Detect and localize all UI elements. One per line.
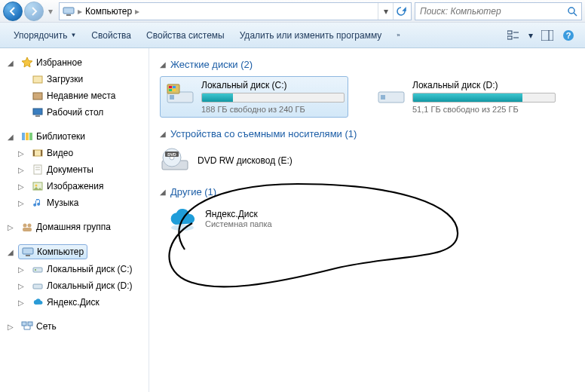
tree-pictures[interactable]: ▷Изображения bbox=[11, 178, 149, 194]
section-removable[interactable]: ◢Устройства со съемными носителями (1) bbox=[160, 128, 574, 139]
tree-network[interactable]: ▷ Сеть bbox=[0, 318, 149, 335]
video-icon bbox=[32, 147, 44, 159]
uninstall-button[interactable]: Удалить или изменить программу bbox=[234, 27, 388, 44]
tree-recent[interactable]: Недавние места bbox=[11, 87, 149, 104]
search-icon[interactable] bbox=[563, 6, 581, 17]
breadcrumb-separator: ▸ bbox=[75, 6, 85, 17]
system-properties-button[interactable]: Свойства системы bbox=[140, 27, 231, 44]
drive-d[interactable]: Локальный диск (D:) 51,1 ГБ свободно из … bbox=[371, 76, 559, 118]
computer-icon bbox=[63, 5, 75, 17]
svg-rect-41 bbox=[170, 95, 174, 100]
svg-rect-29 bbox=[23, 228, 32, 231]
cloud-icon bbox=[32, 296, 44, 308]
search-input[interactable] bbox=[415, 6, 563, 17]
svg-rect-20 bbox=[33, 150, 35, 156]
svg-rect-48 bbox=[381, 95, 385, 100]
preview-pane-button[interactable] bbox=[538, 26, 556, 44]
svg-text:DVD: DVD bbox=[167, 152, 176, 157]
breadcrumb-computer[interactable]: Компьютер bbox=[85, 6, 132, 17]
drive-c[interactable]: Локальный диск (C:) 188 ГБ свободно из 2… bbox=[160, 76, 348, 118]
view-dropdown[interactable]: ▾ bbox=[526, 26, 535, 44]
svg-rect-34 bbox=[33, 284, 42, 289]
homegroup-icon bbox=[21, 221, 33, 233]
hdd-icon bbox=[376, 80, 406, 110]
tree-yadisk[interactable]: ▷Яндекс.Диск bbox=[11, 294, 149, 311]
other-item-subtitle: Системная папка bbox=[205, 219, 272, 228]
toolbar-overflow[interactable]: » bbox=[391, 29, 406, 41]
tree-homegroup[interactable]: ▷ Домашняя группа bbox=[0, 219, 149, 235]
tree-computer[interactable]: ◢ Компьютер bbox=[0, 243, 149, 261]
svg-rect-12 bbox=[33, 76, 42, 83]
svg-rect-31 bbox=[26, 255, 30, 256]
svg-rect-32 bbox=[33, 268, 42, 272]
desktop-icon bbox=[32, 106, 44, 118]
nav-forward-button[interactable] bbox=[24, 2, 44, 21]
music-icon bbox=[32, 197, 44, 209]
svg-rect-35 bbox=[22, 322, 26, 326]
svg-rect-18 bbox=[29, 133, 32, 140]
help-button[interactable]: ? bbox=[559, 26, 577, 44]
optical-drive[interactable]: DVD DVD RW дисковод (E:) bbox=[160, 145, 574, 176]
tree-videos[interactable]: ▷Видео bbox=[11, 145, 149, 161]
organize-button[interactable]: Упорядочить▼ bbox=[8, 27, 82, 44]
documents-icon bbox=[32, 164, 44, 176]
svg-point-26 bbox=[35, 185, 38, 187]
other-item-name: Яндекс.Диск bbox=[205, 209, 272, 219]
nav-back-button[interactable] bbox=[3, 2, 23, 21]
search-box[interactable] bbox=[415, 2, 582, 20]
hdd-icon bbox=[32, 263, 44, 275]
svg-rect-43 bbox=[169, 86, 172, 88]
svg-rect-44 bbox=[173, 86, 176, 88]
toolbar: Упорядочить▼ Свойства Свойства системы У… bbox=[0, 23, 585, 48]
navigation-tree: ◢ Избранное Загрузки Недавние места Рабо… bbox=[0, 48, 149, 392]
network-icon bbox=[21, 320, 33, 332]
breadcrumb-separator[interactable]: ▸ bbox=[132, 6, 142, 17]
recent-icon bbox=[32, 90, 44, 102]
yandex-disk-item[interactable]: Яндекс.Диск Системная папка bbox=[167, 204, 574, 234]
hdd-icon bbox=[165, 80, 195, 110]
navbar: ▾ ▸ Компьютер ▸ ▾ bbox=[0, 0, 585, 23]
hdd-icon bbox=[32, 280, 44, 292]
tree-desktop[interactable]: Рабочий стол bbox=[11, 104, 149, 121]
svg-point-28 bbox=[28, 224, 32, 228]
section-hdd[interactable]: ◢Жесткие диски (2) bbox=[160, 59, 574, 70]
tree-drive-c[interactable]: ▷Локальный диск (C:) bbox=[11, 261, 149, 277]
svg-line-3 bbox=[574, 13, 577, 16]
svg-rect-15 bbox=[35, 115, 40, 117]
svg-rect-30 bbox=[23, 248, 33, 254]
properties-button[interactable]: Свойства bbox=[85, 27, 137, 44]
view-options-button[interactable] bbox=[505, 26, 523, 44]
drive-usage-bar bbox=[201, 93, 345, 103]
drive-usage-bar bbox=[412, 93, 556, 103]
optical-name: DVD RW дисковод (E:) bbox=[198, 155, 292, 166]
svg-text:?: ? bbox=[566, 31, 571, 40]
tree-documents[interactable]: ▷Документы bbox=[11, 161, 149, 178]
address-bar[interactable]: ▸ Компьютер ▸ ▾ bbox=[59, 2, 412, 20]
address-refresh-button[interactable] bbox=[393, 3, 408, 20]
svg-rect-16 bbox=[22, 133, 25, 140]
star-icon bbox=[21, 57, 33, 69]
nav-history-dropdown[interactable]: ▾ bbox=[45, 2, 56, 21]
drive-name: Локальный диск (C:) bbox=[201, 80, 345, 90]
svg-rect-4 bbox=[507, 31, 512, 34]
tree-music[interactable]: ▷Музыка bbox=[11, 194, 149, 211]
svg-rect-5 bbox=[507, 36, 512, 39]
svg-point-54 bbox=[171, 225, 194, 231]
tree-drive-d[interactable]: ▷Локальный диск (D:) bbox=[11, 277, 149, 294]
tree-libraries[interactable]: ◢ Библиотеки bbox=[0, 128, 149, 145]
svg-rect-45 bbox=[169, 89, 172, 91]
svg-rect-36 bbox=[28, 322, 32, 326]
drive-status: 188 ГБ свободно из 240 ГБ bbox=[201, 105, 345, 114]
content-pane: ◢Жесткие диски (2) Локальный диск (C:) 1… bbox=[149, 48, 585, 392]
dvd-icon: DVD bbox=[160, 145, 190, 176]
pictures-icon bbox=[32, 180, 44, 192]
tree-favorites[interactable]: ◢ Избранное bbox=[0, 54, 149, 71]
drive-name: Локальный диск (D:) bbox=[412, 80, 556, 90]
tree-downloads[interactable]: Загрузки bbox=[11, 71, 149, 87]
downloads-icon bbox=[32, 73, 44, 85]
address-dropdown[interactable]: ▾ bbox=[378, 3, 393, 20]
svg-rect-1 bbox=[66, 14, 71, 16]
drive-status: 51,1 ГБ свободно из 225 ГБ bbox=[412, 105, 556, 114]
section-other[interactable]: ◢Другие (1) bbox=[160, 186, 574, 198]
svg-rect-21 bbox=[41, 150, 42, 156]
